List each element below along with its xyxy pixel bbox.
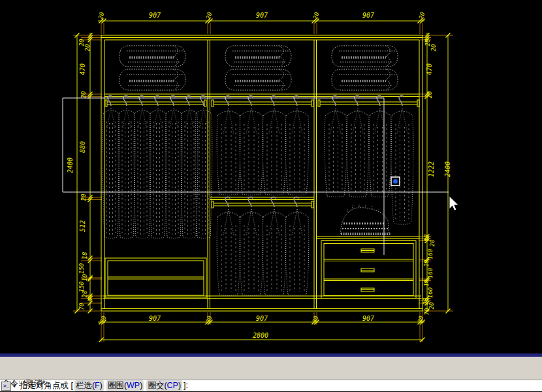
- svg-text:18: 18: [82, 252, 88, 259]
- svg-text:20: 20: [205, 315, 213, 323]
- command-history[interactable]: 命令: *取消* 命令: *取消*: [0, 357, 542, 380]
- autocad-window: 20 907 20 907 20 907 20 20 907 20 907 20…: [0, 0, 542, 392]
- svg-text:10: 10: [423, 260, 430, 267]
- svg-text:10: 10: [82, 274, 88, 282]
- pickbox-grip[interactable]: [391, 177, 400, 186]
- drawer-handle: [361, 249, 374, 291]
- svg-text:20: 20: [80, 91, 87, 99]
- hanging-clothes-right: [325, 95, 413, 224]
- svg-text:20: 20: [429, 240, 436, 247]
- folded-blankets: [120, 46, 398, 90]
- command-prompt-icon[interactable]: >_: [1, 382, 11, 391]
- svg-text:20: 20: [311, 315, 319, 323]
- svg-text:907: 907: [362, 12, 374, 19]
- svg-text:20: 20: [80, 194, 87, 201]
- svg-text:160: 160: [427, 287, 434, 298]
- command-input-line[interactable]: >_ ▼ 指定对角点或 [ 栏选(F) 圈围(WP) 圈交(CP) ]:: [0, 380, 542, 391]
- drawer-unit: [321, 241, 416, 299]
- svg-text:20: 20: [205, 11, 213, 20]
- svg-text:160: 160: [427, 268, 434, 278]
- option-cpolygon[interactable]: 圈交(CP): [146, 380, 182, 391]
- options-bracket-open: [: [71, 380, 72, 391]
- hanging-clothes-middle-top: [217, 95, 309, 195]
- left-shelf-box: [105, 258, 206, 298]
- svg-text:20: 20: [430, 44, 437, 52]
- svg-text:40: 40: [87, 295, 93, 302]
- svg-text:2400: 2400: [444, 161, 451, 177]
- svg-text:10: 10: [423, 280, 430, 287]
- svg-text:20: 20: [84, 44, 91, 52]
- svg-text:160: 160: [427, 249, 434, 259]
- svg-text:20: 20: [97, 11, 105, 20]
- svg-text:907: 907: [256, 315, 268, 322]
- hanging-clothes-left: [103, 95, 212, 238]
- option-wpolygon[interactable]: 圈围(WP): [106, 380, 144, 391]
- svg-text:1222: 1222: [428, 161, 435, 177]
- hanging-rods: [105, 100, 419, 208]
- options-bracket-close: ]:: [183, 380, 188, 391]
- svg-text:20: 20: [426, 91, 433, 99]
- svg-text:70: 70: [424, 308, 430, 316]
- svg-text:907: 907: [362, 315, 374, 322]
- svg-text:20: 20: [99, 315, 107, 323]
- svg-text:512: 512: [79, 220, 86, 232]
- svg-text:907: 907: [256, 12, 268, 19]
- svg-text:2400: 2400: [67, 157, 74, 173]
- cad-viewport[interactable]: 20 907 20 907 20 907 20 20 907 20 907 20…: [0, 0, 542, 353]
- svg-text:20: 20: [417, 315, 424, 323]
- svg-text:470: 470: [426, 63, 433, 75]
- option-fence[interactable]: 栏选(F): [74, 380, 104, 391]
- svg-text:880: 880: [79, 141, 86, 153]
- svg-text:2800: 2800: [253, 332, 268, 339]
- svg-text:150: 150: [78, 263, 85, 274]
- command-panel: 命令: *取消* 命令: *取消* >_ ▼ 指定对角点或 [ 栏选(F) 圈围…: [0, 353, 542, 390]
- svg-text:907: 907: [149, 12, 161, 19]
- mouse-cursor-icon: [449, 196, 458, 210]
- svg-text:70: 70: [78, 303, 85, 310]
- folded-clothes-pile: [341, 204, 391, 234]
- svg-text:907: 907: [149, 315, 161, 322]
- recent-commands-caret-icon[interactable]: ▼: [12, 380, 17, 391]
- wardrobe-drawing: 20 907 20 907 20 907 20 20 907 20 907 20…: [0, 0, 542, 353]
- command-prompt-text: 指定对角点或: [20, 380, 71, 391]
- svg-text:470: 470: [79, 63, 86, 75]
- hanging-clothes-middle-bottom: [217, 197, 309, 295]
